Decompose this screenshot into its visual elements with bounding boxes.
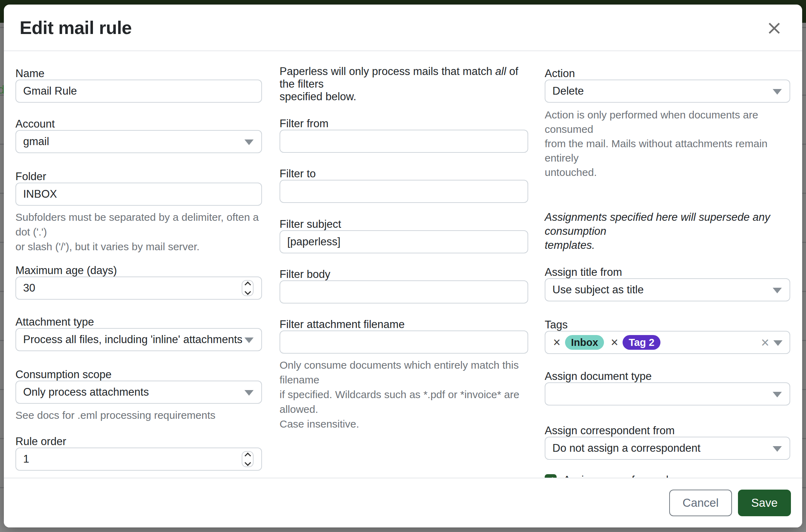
field-consumption-scope: Consumption scope Only process attachmen… xyxy=(15,369,262,423)
rule-order-label: Rule order xyxy=(15,436,262,448)
assign-doctype-label: Assign document type xyxy=(545,370,790,382)
stepper-down-icon[interactable] xyxy=(244,288,251,295)
stepper-down-icon[interactable] xyxy=(244,459,251,466)
assign-title-select-value: Use subject as title xyxy=(552,284,783,296)
folder-input[interactable] xyxy=(15,183,262,206)
filter-filename-label: Filter attachment filename xyxy=(280,319,528,330)
tag-item: × Inbox xyxy=(553,335,604,350)
assign-correspondent-select-value: Do not assign a correspondent xyxy=(552,442,783,455)
filter-from-input[interactable] xyxy=(280,130,528,153)
consumption-scope-select[interactable]: Only process attachments xyxy=(15,381,262,404)
rule-order-stepper[interactable] xyxy=(242,451,254,467)
assign-doctype-select[interactable] xyxy=(545,382,790,405)
name-label: Name xyxy=(15,68,262,80)
cancel-button[interactable]: Cancel xyxy=(669,490,732,516)
tag-pill: Inbox xyxy=(565,335,604,350)
tags-label: Tags xyxy=(545,319,790,331)
filter-filename-help-text: Only consume documents which entirely ma… xyxy=(280,358,528,431)
field-folder: Folder Subfolders must be separated by a… xyxy=(15,171,262,254)
consumption-scope-label: Consumption scope xyxy=(15,369,262,381)
close-icon[interactable]: × xyxy=(763,18,786,37)
dialog-footer: Cancel Save xyxy=(4,478,802,527)
field-rule-order: Rule order xyxy=(15,436,262,471)
stepper-up-icon[interactable] xyxy=(244,281,251,288)
action-select[interactable]: Delete xyxy=(545,80,790,103)
field-filter-from: Filter from xyxy=(280,118,528,153)
max-age-label: Maximum age (days) xyxy=(15,265,262,277)
consumption-scope-select-value: Only process attachments xyxy=(23,386,254,398)
field-attachment-type: Attachment type Process all files, inclu… xyxy=(15,316,262,351)
field-tags: Tags × Inbox × Tag 2 × xyxy=(545,319,790,354)
max-age-input[interactable] xyxy=(16,277,261,299)
field-assign-title: Assign title from Use subject as title xyxy=(545,266,790,301)
stepper-up-icon[interactable] xyxy=(244,452,251,459)
account-label: Account xyxy=(15,118,262,130)
chevron-down-icon xyxy=(773,392,782,397)
edit-mail-rule-dialog: Edit mail rule × Name Account gmail Fold… xyxy=(4,5,802,527)
name-input[interactable] xyxy=(15,80,262,103)
assignments-note-text: Assignments specified here will supersed… xyxy=(545,210,790,252)
filter-subject-input[interactable] xyxy=(280,230,528,253)
remove-tag-icon[interactable]: × xyxy=(611,336,618,349)
chevron-down-icon xyxy=(244,390,254,396)
chevron-down-icon xyxy=(244,337,254,343)
save-button[interactable]: Save xyxy=(738,490,791,516)
attachment-type-select[interactable]: Process all files, including 'inline' at… xyxy=(15,328,262,351)
intro-emphasis: all xyxy=(495,65,506,77)
filter-to-label: Filter to xyxy=(280,168,528,180)
field-name: Name xyxy=(15,68,262,103)
consumption-scope-help-text: See docs for .eml processing requirement… xyxy=(15,408,262,423)
tag-item: × Tag 2 xyxy=(611,335,660,350)
filter-from-label: Filter from xyxy=(280,118,528,130)
field-max-age: Maximum age (days) xyxy=(15,265,262,300)
assign-title-label: Assign title from xyxy=(545,266,790,278)
field-assign-correspondent: Assign correspondent from Do not assign … xyxy=(545,425,790,460)
assign-correspondent-select[interactable]: Do not assign a correspondent xyxy=(545,437,790,460)
attachment-type-label: Attachment type xyxy=(15,316,262,328)
tag-pill: Tag 2 xyxy=(623,335,660,350)
max-age-stepper[interactable] xyxy=(242,280,254,296)
assign-title-select[interactable]: Use subject as title xyxy=(545,278,790,301)
dialog-title: Edit mail rule xyxy=(20,17,132,38)
field-filter-body: Filter body xyxy=(280,268,528,303)
field-account: Account gmail xyxy=(15,118,262,153)
field-filter-subject: Filter subject xyxy=(280,218,528,253)
folder-help-text: Subfolders must be separated by a delimi… xyxy=(15,210,262,254)
assign-correspondent-label: Assign correspondent from xyxy=(545,425,790,437)
clear-tags-icon[interactable]: × xyxy=(761,335,769,349)
account-select[interactable]: gmail xyxy=(15,130,262,153)
action-help-text: Action is only performed when documents … xyxy=(545,108,790,179)
field-filter-filename: Filter attachment filename Only consume … xyxy=(280,319,528,431)
folder-label: Folder xyxy=(15,171,262,183)
chevron-down-icon xyxy=(773,288,782,293)
chevron-down-icon xyxy=(244,139,254,145)
field-assign-doctype: Assign document type xyxy=(545,370,790,405)
column-actions: Action Delete Action is only performed w… xyxy=(545,68,790,486)
action-select-value: Delete xyxy=(552,85,783,97)
filters-intro-text: Paperless will only process mails that m… xyxy=(280,65,528,103)
chevron-down-icon xyxy=(773,89,782,95)
account-select-value: gmail xyxy=(23,135,254,148)
chevron-down-icon xyxy=(773,340,783,346)
filter-to-input[interactable] xyxy=(280,180,528,203)
filter-body-label: Filter body xyxy=(280,268,528,280)
chevron-down-icon xyxy=(773,446,782,452)
filter-body-input[interactable] xyxy=(280,280,528,303)
filter-filename-input[interactable] xyxy=(280,330,528,354)
rule-order-input[interactable] xyxy=(16,448,261,470)
dialog-header: Edit mail rule × xyxy=(4,5,802,51)
field-filter-to: Filter to xyxy=(280,168,528,203)
column-general: Name Account gmail Folder Subfolders mus… xyxy=(15,68,262,471)
filter-subject-label: Filter subject xyxy=(280,218,528,230)
column-filters: Paperless will only process mails that m… xyxy=(280,65,528,431)
rule-order-field xyxy=(15,448,262,471)
attachment-type-select-value: Process all files, including 'inline' at… xyxy=(23,333,254,346)
action-label: Action xyxy=(545,68,790,80)
field-action: Action Delete Action is only performed w… xyxy=(545,68,790,179)
max-age-field xyxy=(15,277,262,300)
tags-multiselect[interactable]: × Inbox × Tag 2 × xyxy=(545,331,790,354)
remove-tag-icon[interactable]: × xyxy=(553,336,560,349)
